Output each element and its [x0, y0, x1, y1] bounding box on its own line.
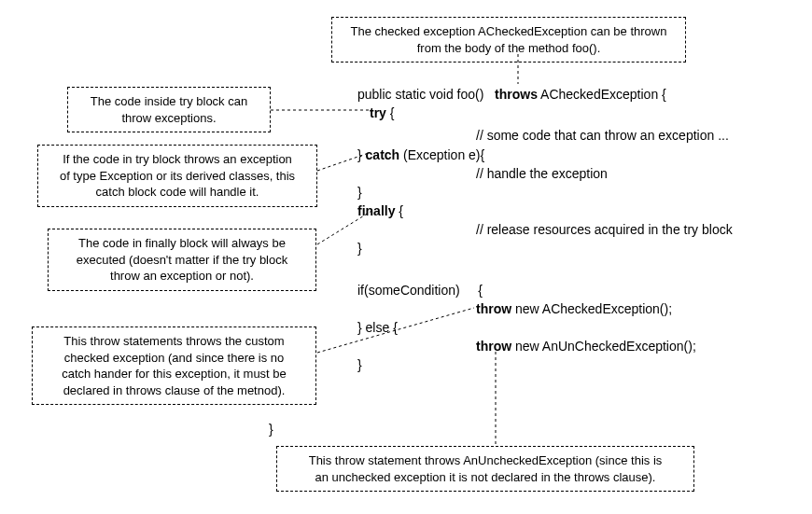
callout-finally-text: The code in finally block will always be… — [77, 236, 287, 283]
keyword-throw-1: throw — [476, 301, 511, 316]
keyword-throw-2: throw — [476, 339, 511, 354]
code-line-try-comment: // some code that can throw an exception… — [476, 128, 729, 143]
code-line-try: try { — [370, 105, 394, 120]
code-line-close-catch: } — [357, 185, 362, 200]
callout-catch: If the code in try block throws an excep… — [37, 145, 317, 207]
keyword-catch: catch — [366, 147, 400, 162]
keyword-finally: finally — [357, 203, 395, 218]
callout-finally: The code in finally block will always be… — [48, 229, 316, 291]
callout-throws: The checked exception ACheckedException … — [331, 17, 686, 63]
code-line-close-finally: } — [357, 241, 362, 256]
code-line-close-method: } — [269, 422, 273, 437]
callout-throw-checked: This throw statements throws the customc… — [32, 326, 316, 405]
code-line-finally-comment: // release resources acquired in the try… — [476, 222, 733, 237]
code-line-if: if(someCondition) { — [357, 283, 483, 298]
code-line-else: } else { — [357, 320, 398, 335]
callout-throw-unchecked: This throw statement throws AnUncheckedE… — [276, 446, 694, 492]
code-line-catch: } catch (Exception e){ — [357, 147, 484, 162]
code-line-finally: finally { — [357, 203, 403, 218]
callout-throw-unchecked-text: This throw statement throws AnUncheckedE… — [309, 453, 663, 484]
callout-try-text: The code inside try block canthrow excep… — [91, 94, 247, 125]
callout-throws-text: The checked exception ACheckedException … — [351, 24, 667, 55]
code-line-close-else: } — [357, 357, 362, 372]
code-line-throw-checked: throw new ACheckedException(); — [476, 301, 672, 316]
code-line-handle-comment: // handle the exception — [476, 166, 608, 181]
keyword-try: try — [370, 105, 386, 120]
code-line-1: public static void foo() throws AChecked… — [357, 87, 666, 102]
keyword-throws: throws — [495, 87, 538, 102]
code-line-throw-unchecked: throw new AnUnCheckedException(); — [476, 339, 696, 354]
callout-try: The code inside try block canthrow excep… — [67, 87, 271, 132]
callout-throw-checked-text: This throw statements throws the customc… — [62, 334, 287, 397]
callout-catch-text: If the code in try block throws an excep… — [60, 152, 295, 199]
